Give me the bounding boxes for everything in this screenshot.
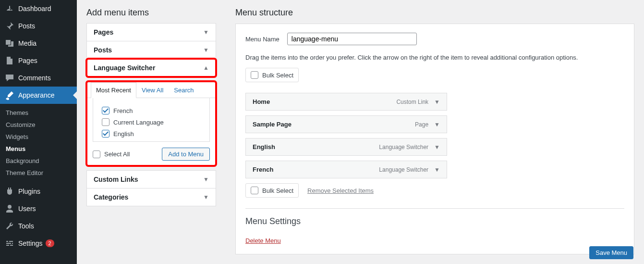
media-icon <box>5 38 14 48</box>
language-checkbox-list: French Current Language English <box>93 98 210 142</box>
sidebar-item-media[interactable]: Media <box>0 35 77 52</box>
menu-item-type: Language Switcher <box>379 166 428 173</box>
tab-most-recent[interactable]: Most Recent <box>91 82 136 98</box>
plug-icon <box>5 187 14 196</box>
lang-option-english[interactable]: English <box>102 128 201 139</box>
pin-icon <box>5 21 14 31</box>
dashboard-icon <box>5 4 14 13</box>
bulk-label: Bulk Select <box>262 72 293 79</box>
checkbox-current-language[interactable] <box>102 118 109 126</box>
structure-heading: Menu structure <box>235 0 634 24</box>
user-icon <box>5 204 14 214</box>
chevron-down-icon[interactable]: ▼ <box>434 99 440 105</box>
sidebar-item-comments[interactable]: Comments <box>0 69 77 87</box>
settings-update-badge: 2 <box>46 239 54 247</box>
delete-menu-link[interactable]: Delete Menu <box>245 237 281 244</box>
checkbox-french[interactable] <box>102 107 109 114</box>
sidebar-item-appearance[interactable]: Appearance <box>0 87 77 104</box>
accordion-label: Categories <box>94 193 128 201</box>
accordion-language-switcher: Language Switcher ▲ <box>86 59 216 77</box>
checkbox-select-all[interactable] <box>93 151 100 158</box>
menu-name-label: Menu Name <box>245 36 279 43</box>
sidebar-item-tools[interactable]: Tools <box>0 217 77 235</box>
submenu-theme-editor[interactable]: Theme Editor <box>0 167 77 179</box>
submenu-background[interactable]: Background <box>0 155 77 167</box>
sidebar-item-posts[interactable]: Posts <box>0 17 77 35</box>
bulk-select-bottom[interactable]: Bulk Select <box>245 183 299 198</box>
main-content: Add menu items Pages ▼ Posts ▼ Language … <box>77 0 644 264</box>
drag-help-text: Drag the items into the order you prefer… <box>245 54 624 61</box>
brush-icon <box>5 90 14 100</box>
sidebar-item-label: Dashboard <box>18 5 51 13</box>
sliders-icon <box>5 239 14 248</box>
checkbox-english[interactable] <box>102 130 109 138</box>
tab-view-all[interactable]: View All <box>136 82 169 98</box>
add-to-menu-button[interactable]: Add to Menu <box>162 148 210 161</box>
lang-option-french[interactable]: French <box>102 105 201 116</box>
sidebar-item-users[interactable]: Users <box>0 200 77 217</box>
chevron-down-icon: ▼ <box>203 47 209 53</box>
pages-icon <box>5 56 14 65</box>
accordion-lang-header[interactable]: Language Switcher ▲ <box>87 59 216 76</box>
checkbox-label: English <box>113 130 134 138</box>
accordion-categories: Categories ▼ <box>86 188 216 206</box>
chevron-down-icon[interactable]: ▼ <box>434 166 440 173</box>
wrench-icon <box>5 221 14 231</box>
chevron-up-icon: ▲ <box>203 64 209 71</box>
checkbox-label: French <box>113 107 133 114</box>
menu-name-input[interactable] <box>287 33 417 45</box>
accordion-custom-links: Custom Links ▼ <box>86 170 216 189</box>
menu-item-type: Page <box>415 121 428 128</box>
sidebar-item-plugins[interactable]: Plugins <box>0 183 77 200</box>
accordion-label: Pages <box>94 28 113 36</box>
menu-item-title: English <box>253 143 275 151</box>
menu-item-home[interactable]: Home Custom Link ▼ <box>245 93 447 111</box>
chevron-down-icon[interactable]: ▼ <box>434 121 440 128</box>
language-switcher-panel: Most Recent View All Search French Curre… <box>86 81 216 166</box>
menu-item-english[interactable]: English Language Switcher ▼ <box>245 138 447 156</box>
sidebar-item-label: Tools <box>18 222 34 230</box>
accordion-pages-header[interactable]: Pages ▼ <box>87 24 216 41</box>
submenu-widgets[interactable]: Widgets <box>0 131 77 143</box>
chevron-down-icon: ▼ <box>203 176 209 183</box>
sidebar-item-label: Posts <box>18 22 35 30</box>
menu-item-sample-page[interactable]: Sample Page Page ▼ <box>245 115 447 133</box>
remove-selected-link[interactable]: Remove Selected Items <box>307 187 374 194</box>
sidebar-item-label: Settings <box>18 239 43 247</box>
tab-search[interactable]: Search <box>169 82 199 98</box>
submenu-themes[interactable]: Themes <box>0 107 77 119</box>
save-menu-button[interactable]: Save Menu <box>589 246 633 259</box>
chevron-down-icon: ▼ <box>203 29 209 36</box>
sidebar-item-label: Users <box>18 205 36 213</box>
menu-settings-heading: Menu Settings <box>245 208 624 228</box>
accordion-label: Posts <box>94 46 112 54</box>
accordion-custom-header[interactable]: Custom Links ▼ <box>87 171 216 188</box>
bulk-select-top[interactable]: Bulk Select <box>245 68 299 82</box>
chevron-down-icon[interactable]: ▼ <box>434 144 440 151</box>
accordion-label: Language Switcher <box>94 64 155 72</box>
chevron-down-icon: ▼ <box>203 194 209 201</box>
menu-item-french[interactable]: French Language Switcher ▼ <box>245 161 447 178</box>
sidebar-item-label: Appearance <box>18 91 55 99</box>
sidebar-item-dashboard[interactable]: Dashboard <box>0 0 77 17</box>
menu-item-title: French <box>253 166 273 173</box>
menu-item-title: Sample Page <box>253 121 292 128</box>
sidebar-item-pages[interactable]: Pages <box>0 52 77 69</box>
select-all-row[interactable]: Select All <box>93 149 130 160</box>
checkbox-label: Current Language <box>113 119 164 126</box>
submenu-customize[interactable]: Customize <box>0 119 77 131</box>
menu-item-title: Home <box>253 98 270 105</box>
accordion-categories-header[interactable]: Categories ▼ <box>87 189 216 206</box>
add-menu-items-column: Add menu items Pages ▼ Posts ▼ Language … <box>77 0 226 264</box>
bulk-label: Bulk Select <box>262 187 293 194</box>
accordion-posts-header[interactable]: Posts ▼ <box>87 41 216 59</box>
sidebar-item-settings[interactable]: Settings 2 <box>0 235 77 252</box>
accordion-pages: Pages ▼ <box>86 23 216 41</box>
submenu-menus[interactable]: Menus <box>0 143 77 155</box>
sidebar-item-label: Plugins <box>18 188 40 195</box>
lang-option-current[interactable]: Current Language <box>102 116 201 128</box>
checkbox-bulk-top[interactable] <box>251 71 258 79</box>
accordion-label: Custom Links <box>94 176 138 183</box>
checkbox-bulk-bottom[interactable] <box>251 187 258 194</box>
accordion-posts: Posts ▼ <box>86 41 216 59</box>
